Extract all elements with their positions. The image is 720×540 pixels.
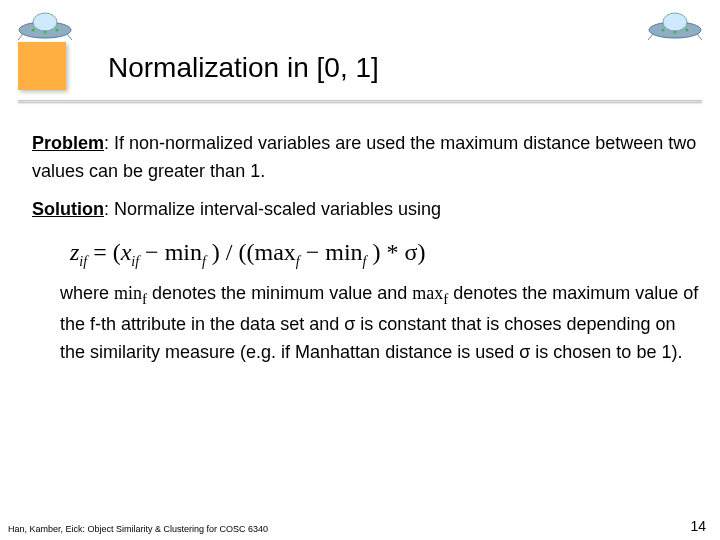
svg-point-4: [32, 29, 35, 32]
formula-x: x: [121, 239, 132, 265]
formula-lhs-var: z: [70, 239, 79, 265]
footer-text: Han, Kamber, Eick: Object Similarity & C…: [8, 524, 268, 534]
svg-point-13: [686, 29, 689, 32]
maxf: max: [412, 283, 443, 303]
title-underline: [18, 100, 702, 102]
formula-min2: − min: [300, 239, 363, 265]
svg-point-1: [33, 13, 57, 31]
explain-a: where: [60, 283, 114, 303]
explain-paragraph: where minf denotes the minimum value and…: [60, 280, 700, 367]
svg-line-10: [697, 34, 702, 40]
problem-label: Problem: [32, 133, 104, 153]
svg-line-9: [648, 34, 653, 40]
formula-x-sub: if: [131, 253, 139, 268]
explain-b: denotes the minimum value and: [147, 283, 412, 303]
slide-body: Problem: If non-normalized variables are…: [32, 130, 700, 377]
solution-line: Solution: Normalize interval-scaled vari…: [32, 196, 700, 224]
svg-point-12: [674, 31, 677, 34]
formula: zif = (xif − minf ) / ((maxf − minf ) * …: [70, 234, 700, 272]
formula-lhs-sub: if: [79, 253, 87, 268]
svg-point-5: [44, 31, 47, 34]
problem-text: : If non-normalized variables are used t…: [32, 133, 696, 181]
formula-eq: = (: [87, 239, 121, 265]
formula-mid: ) / ((max: [206, 239, 296, 265]
svg-line-2: [18, 34, 23, 40]
svg-point-8: [663, 13, 687, 31]
svg-point-6: [56, 29, 59, 32]
page-number: 14: [690, 518, 706, 534]
ufo-decor-left: [15, 8, 75, 46]
minf: min: [114, 283, 142, 303]
solution-text: : Normalize interval-scaled variables us…: [104, 199, 441, 219]
title-accent-box: [18, 42, 66, 90]
ufo-decor-right: [645, 8, 705, 46]
formula-min1: − min: [139, 239, 202, 265]
title-block: Normalization in [0, 1]: [18, 52, 702, 84]
problem-paragraph: Problem: If non-normalized variables are…: [32, 130, 700, 186]
svg-point-11: [662, 29, 665, 32]
solution-label: Solution: [32, 199, 104, 219]
svg-line-3: [67, 34, 72, 40]
formula-tail: ) * σ): [366, 239, 425, 265]
slide: Normalization in [0, 1] Problem: If non-…: [0, 0, 720, 540]
slide-title: Normalization in [0, 1]: [108, 52, 702, 84]
